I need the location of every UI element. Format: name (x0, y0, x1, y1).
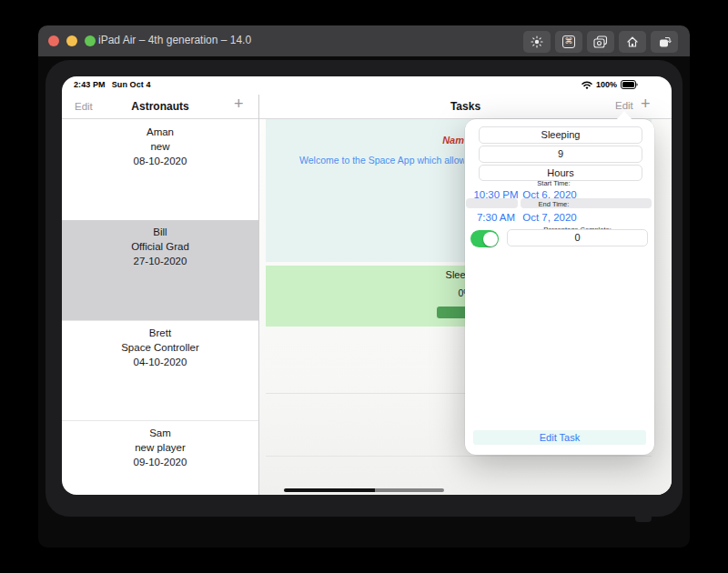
astronaut-date: 04-10-2020 (62, 355, 258, 369)
start-time-label: Start Time: (483, 179, 624, 187)
status-right: 100% (581, 80, 639, 89)
tasks-edit-button[interactable]: Edit (615, 100, 633, 111)
window-titlebar: iPad Air – 4th generation – 14.0 ⌘ (38, 25, 690, 56)
bezel-notch (635, 515, 652, 522)
rotate-button[interactable] (651, 31, 678, 53)
horizontal-scrollbar[interactable] (375, 488, 444, 492)
tasks-add-button[interactable]: + (641, 95, 651, 114)
percentage-field[interactable]: 0 (507, 229, 648, 246)
popover-arrow (616, 111, 632, 120)
sidebar-title: Astronauts (62, 100, 258, 113)
command-button[interactable]: ⌘ (555, 31, 582, 53)
task-detail-popover: Sleeping 9 Hours Start Time: 10:30 PM Oc… (465, 119, 654, 455)
astronaut-date: 27-10-2020 (62, 254, 258, 268)
welcome-text: Welcome to the Space App which allows yo (266, 155, 464, 166)
astronaut-row-bill[interactable]: Bill Official Grad 27-10-2020 (62, 220, 258, 320)
astronaut-row-aman[interactable]: Aman new 08-10-2020 (62, 120, 258, 220)
wifi-icon (581, 81, 592, 89)
task-toggle[interactable] (470, 230, 499, 247)
astronaut-role: Official Grad (62, 239, 258, 254)
command-icon: ⌘ (562, 35, 575, 48)
astronaut-row-brett[interactable]: Brett Space Controller 04-10-2020 (62, 320, 258, 420)
astronaut-name: Bill (62, 225, 258, 239)
home-icon (626, 35, 639, 48)
sidebar-add-button[interactable]: + (234, 95, 244, 114)
astronaut-role: new (62, 139, 258, 154)
window-title: iPad Air – 4th generation – 14.0 (98, 34, 251, 46)
screenshot-button[interactable] (587, 31, 614, 53)
astronaut-date: 09-10-2020 (62, 455, 258, 469)
page-title: Tasks (259, 100, 672, 113)
task-name-field[interactable]: Sleeping (479, 126, 642, 144)
end-date-picker[interactable]: Oct 7, 2020 (483, 212, 616, 223)
zoom-button[interactable] (85, 35, 96, 46)
appearance-button[interactable] (523, 31, 551, 53)
astronaut-role: new player (62, 440, 258, 455)
status-time-date: 2:43 PMSun Oct 4 (74, 80, 157, 89)
screenshot-icon (593, 35, 608, 48)
home-indicator[interactable] (284, 488, 375, 492)
astronaut-row-sam[interactable]: Sam new player 09-10-2020 (62, 420, 258, 495)
toggle-knob (483, 232, 498, 246)
battery-percent: 100% (596, 80, 617, 89)
task-hours-field[interactable]: 9 (479, 146, 642, 163)
rotate-icon (658, 35, 672, 48)
appearance-icon (531, 35, 543, 48)
ipad-bezel: 2:43 PMSun Oct 4 100% Edit Astronauts + … (46, 60, 682, 517)
status-date: Sun Oct 4 (112, 80, 151, 89)
astronaut-name: Brett (62, 326, 258, 340)
astronaut-name: Sam (62, 426, 258, 440)
astronaut-date: 08-10-2020 (62, 154, 258, 168)
minimize-button[interactable] (66, 35, 77, 46)
edit-task-button[interactable]: Edit Task (473, 430, 646, 445)
name-heading: Nam (266, 135, 464, 148)
row-separator (266, 456, 652, 457)
astronaut-name: Aman (62, 125, 258, 139)
home-button[interactable] (619, 31, 646, 53)
battery-icon (621, 80, 639, 89)
status-time: 2:43 PM (74, 80, 106, 89)
astronaut-role: Space Controller (62, 340, 258, 355)
end-time-label: End Time: (483, 200, 624, 208)
ipad-screen: 2:43 PMSun Oct 4 100% Edit Astronauts + … (62, 76, 672, 495)
close-button[interactable] (48, 35, 59, 46)
